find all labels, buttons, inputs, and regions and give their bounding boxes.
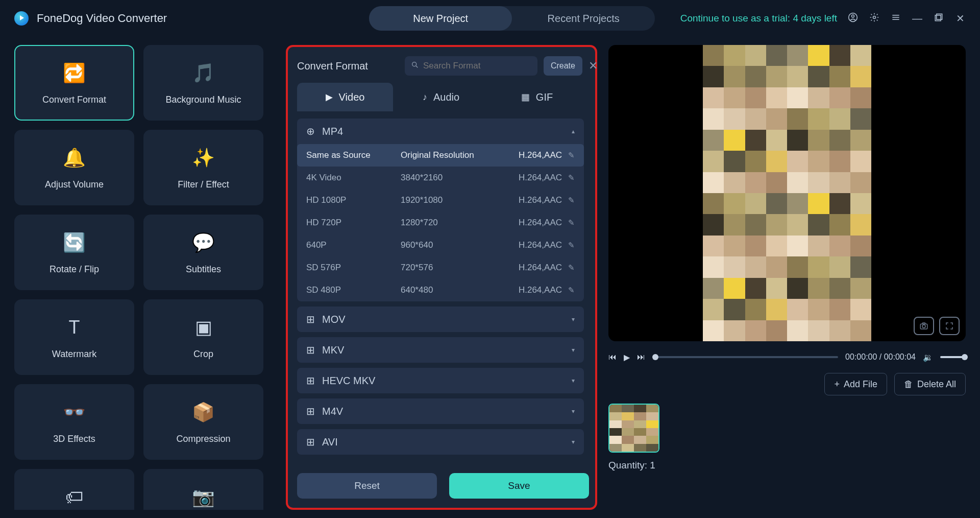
- prev-button[interactable]: ⏮: [608, 352, 617, 362]
- quantity-label: Quantity: 1: [608, 460, 659, 471]
- tool-icon: 📦: [189, 400, 218, 425]
- tool-icon: 📷: [189, 485, 218, 509]
- trash-icon: 🗑: [904, 379, 913, 390]
- svg-point-1: [852, 15, 854, 17]
- preset-4k-video[interactable]: 4K Video3840*2160H.264,AAC✎: [297, 167, 584, 189]
- format-tab-gif[interactable]: ▦ GIF: [489, 83, 585, 111]
- edit-icon[interactable]: ✎: [568, 196, 575, 205]
- format-icon: ⊞: [306, 344, 315, 356]
- tool-label: Subtitles: [186, 264, 221, 275]
- panel-title: Convert Format: [297, 60, 368, 72]
- svg-point-2: [873, 16, 876, 18]
- format-group-mkv[interactable]: ⊞MKV▾: [297, 337, 584, 363]
- menu-icon[interactable]: [890, 12, 901, 25]
- edit-icon[interactable]: ✎: [568, 173, 575, 182]
- app-logo: [14, 11, 29, 26]
- format-icon: ⊕: [306, 125, 315, 137]
- tool-icon: 🔁: [60, 61, 89, 85]
- file-thumbnail[interactable]: [608, 404, 659, 453]
- preset-same-as-source[interactable]: Same as SourceOriginal ResolutionH.264,A…: [297, 144, 584, 167]
- time-display: 00:00:00 / 00:00:04: [845, 352, 916, 362]
- chevron-down-icon: ▾: [572, 408, 575, 415]
- tab-recent-projects[interactable]: Recent Projects: [512, 6, 655, 31]
- edit-icon[interactable]: ✎: [568, 151, 575, 160]
- tool-id-[interactable]: 🏷ID3: [14, 469, 134, 510]
- reset-button[interactable]: Reset: [297, 473, 437, 499]
- tool-icon: 👓: [60, 400, 89, 425]
- add-file-button[interactable]: + Add File: [824, 373, 887, 395]
- svg-point-8: [412, 62, 416, 66]
- tool-icon: 🏷: [60, 485, 89, 509]
- trial-notice[interactable]: Continue to use as a trial: 4 days left: [680, 13, 837, 24]
- tool-watermark[interactable]: TWatermark: [14, 299, 134, 375]
- format-group-mov[interactable]: ⊞MOV▾: [297, 307, 584, 332]
- tool-label: Background Music: [165, 95, 241, 105]
- edit-icon[interactable]: ✎: [568, 263, 575, 272]
- tool-compression[interactable]: 📦Compression: [143, 384, 263, 460]
- preview-column: ⏮ ▶ ⏭ 00:00:00 / 00:00:04 🔉 + Add File 🗑…: [608, 45, 966, 510]
- fullscreen-icon[interactable]: [939, 317, 960, 335]
- tool-convert-format[interactable]: 🔁Convert Format: [14, 45, 134, 121]
- tool-rotate-flip[interactable]: 🔄Rotate / Flip: [14, 215, 134, 290]
- preset-sd-576p[interactable]: SD 576P720*576H.264,AAC✎: [297, 256, 584, 279]
- next-button[interactable]: ⏭: [637, 352, 645, 362]
- chevron-down-icon: ▾: [572, 316, 575, 323]
- app-title: FoneDog Video Converter: [37, 12, 167, 25]
- format-group-m4v[interactable]: ⊞M4V▾: [297, 398, 584, 424]
- minimize-icon[interactable]: —: [912, 13, 923, 25]
- format-group-hevc-mkv[interactable]: ⊞HEVC MKV▾: [297, 368, 584, 393]
- format-group-avi[interactable]: ⊞AVI▾: [297, 429, 584, 455]
- format-tab-audio[interactable]: ♪ Audio: [393, 83, 489, 111]
- play-button[interactable]: ▶: [624, 352, 630, 362]
- format-icon: ⊞: [306, 436, 315, 448]
- search-format-input[interactable]: [423, 61, 531, 71]
- tool-label: 3D Effects: [53, 434, 95, 444]
- maximize-icon[interactable]: [933, 12, 944, 25]
- save-button[interactable]: Save: [449, 473, 589, 499]
- delete-all-button[interactable]: 🗑 Delete All: [894, 373, 966, 395]
- tab-new-project[interactable]: New Project: [369, 6, 512, 31]
- tool-adjust-volume[interactable]: 🔔Adjust Volume: [14, 130, 134, 205]
- tool-icon: 💬: [189, 230, 218, 255]
- chevron-down-icon: ▾: [572, 377, 575, 384]
- tool-label: Rotate / Flip: [50, 264, 99, 275]
- tool-screenshot[interactable]: 📷Screenshot: [143, 469, 263, 510]
- account-icon[interactable]: [847, 12, 859, 25]
- search-format-wrap: [405, 56, 537, 76]
- format-group-mp4[interactable]: ⊕MP4▴: [297, 119, 584, 144]
- edit-icon[interactable]: ✎: [568, 218, 575, 227]
- svg-rect-6: [937, 14, 942, 19]
- svg-rect-7: [935, 15, 941, 20]
- settings-icon[interactable]: [869, 12, 880, 25]
- tool-label: Watermark: [52, 349, 96, 360]
- volume-bar[interactable]: [940, 356, 966, 358]
- create-button[interactable]: Create: [544, 56, 582, 76]
- preset-sd-480p[interactable]: SD 480P640*480H.264,AAC✎: [297, 279, 584, 301]
- tool-filter-effect[interactable]: ✨Filter / Effect: [143, 130, 263, 205]
- chevron-up-icon: ▴: [572, 128, 575, 135]
- tool-icon: ▣: [189, 315, 218, 340]
- tool-background-music[interactable]: 🎵Background Music: [143, 45, 263, 121]
- seek-bar[interactable]: [652, 356, 838, 358]
- gif-icon: ▦: [521, 91, 530, 103]
- volume-icon[interactable]: 🔉: [923, 352, 933, 362]
- panel-close-icon[interactable]: ✕: [589, 59, 598, 73]
- tool-subtitles[interactable]: 💬Subtitles: [143, 215, 263, 290]
- tool-label: Compression: [176, 434, 230, 444]
- tool-label: Adjust Volume: [45, 179, 104, 190]
- format-tab-video[interactable]: ▶ Video: [297, 83, 393, 111]
- player-controls: ⏮ ▶ ⏭ 00:00:00 / 00:00:04 🔉: [608, 349, 966, 365]
- format-list[interactable]: ⊕MP4▴Same as SourceOriginal ResolutionH.…: [297, 119, 589, 462]
- preset-hd-1080p[interactable]: HD 1080P1920*1080H.264,AAC✎: [297, 189, 584, 211]
- tool-crop[interactable]: ▣Crop: [143, 299, 263, 375]
- close-icon[interactable]: ✕: [954, 12, 966, 25]
- plus-icon: +: [834, 379, 840, 390]
- edit-icon[interactable]: ✎: [568, 241, 575, 250]
- format-type-tabs: ▶ Video ♪ Audio ▦ GIF: [297, 83, 589, 111]
- tool--d-effects[interactable]: 👓3D Effects: [14, 384, 134, 460]
- snapshot-icon[interactable]: [914, 317, 934, 335]
- video-preview[interactable]: [608, 45, 966, 341]
- preset-hd-720p[interactable]: HD 720P1280*720H.264,AAC✎: [297, 211, 584, 234]
- edit-icon[interactable]: ✎: [568, 286, 575, 295]
- preset-640p[interactable]: 640P960*640H.264,AAC✎: [297, 234, 584, 256]
